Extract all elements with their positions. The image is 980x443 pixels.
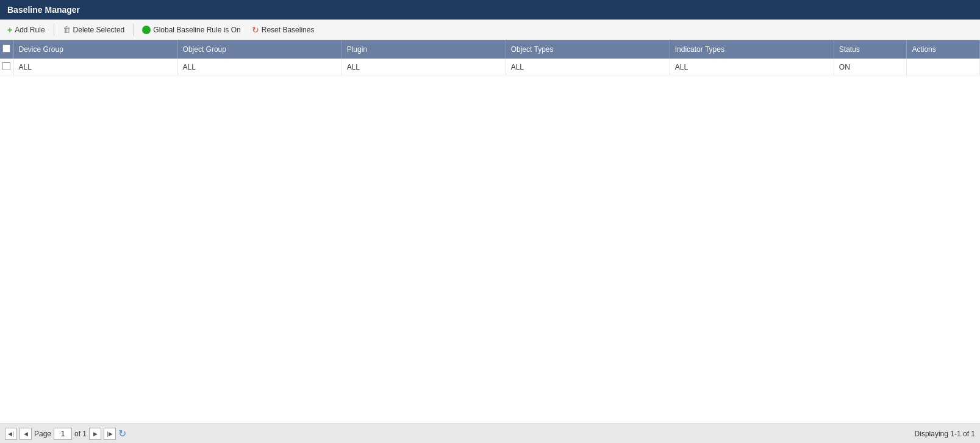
global-baseline-button[interactable]: Global Baseline Rule is On xyxy=(140,24,243,35)
row-checkbox-cell xyxy=(0,59,13,76)
add-rule-button[interactable]: + Add Rule xyxy=(5,24,48,36)
page-label: Page xyxy=(34,430,51,438)
last-page-button[interactable] xyxy=(104,428,116,440)
app-title: Baseline Manager xyxy=(7,5,80,15)
header-plugin: Plugin xyxy=(342,40,506,59)
plus-icon: + xyxy=(7,25,12,35)
toolbar-divider-1 xyxy=(54,24,54,36)
header-object-types: Object Types xyxy=(506,40,670,59)
toolbar-divider-2 xyxy=(133,24,134,36)
toolbar: + Add Rule 🗑 Delete Selected Global Base… xyxy=(0,20,980,40)
row-indicator-types: ALL xyxy=(670,59,834,76)
delete-selected-button[interactable]: 🗑 Delete Selected xyxy=(60,24,127,35)
reset-baselines-button[interactable]: ↻ Reset Baselines xyxy=(249,24,317,36)
rules-table: Device Group Object Group Plugin Object … xyxy=(0,40,980,76)
row-actions xyxy=(907,59,980,76)
header-actions: Actions xyxy=(907,40,980,59)
reset-baselines-label: Reset Baselines xyxy=(262,26,315,34)
row-object-types: ALL xyxy=(506,59,670,76)
header-device-group: Device Group xyxy=(13,40,177,59)
table-header-row: Device Group Object Group Plugin Object … xyxy=(0,40,980,59)
delete-selected-label: Delete Selected xyxy=(73,26,125,34)
table-container: Device Group Object Group Plugin Object … xyxy=(0,40,980,423)
refresh-button[interactable]: ↻ xyxy=(118,428,126,439)
header-indicator-types: Indicator Types xyxy=(670,40,834,59)
row-device-group: ALL xyxy=(13,59,177,76)
header-object-group: Object Group xyxy=(177,40,342,59)
table-body: ALL ALL ALL ALL ALL ON xyxy=(0,59,980,76)
select-all-checkbox[interactable] xyxy=(2,45,10,52)
row-plugin: ALL xyxy=(342,59,506,76)
table-row: ALL ALL ALL ALL ALL ON xyxy=(0,59,980,76)
row-checkbox[interactable] xyxy=(2,62,10,70)
display-info: Displaying 1-1 of 1 xyxy=(915,430,975,438)
trash-icon: 🗑 xyxy=(63,25,71,34)
reset-icon: ↻ xyxy=(252,25,259,35)
header-status: Status xyxy=(834,40,907,59)
next-page-button[interactable] xyxy=(89,428,101,440)
of-label: of 1 xyxy=(74,430,87,438)
footer: Page of 1 ↻ Displaying 1-1 of 1 xyxy=(0,423,980,443)
title-bar: Baseline Manager xyxy=(0,0,980,20)
main-content: Device Group Object Group Plugin Object … xyxy=(0,40,980,423)
pagination: Page of 1 ↻ xyxy=(5,428,126,440)
row-object-group: ALL xyxy=(177,59,342,76)
first-page-button[interactable] xyxy=(5,428,17,440)
green-circle-icon xyxy=(142,26,151,34)
prev-page-button[interactable] xyxy=(20,428,32,440)
add-rule-label: Add Rule xyxy=(15,26,45,34)
global-baseline-label: Global Baseline Rule is On xyxy=(153,26,240,34)
page-input[interactable] xyxy=(54,428,72,440)
header-checkbox-col xyxy=(0,40,13,59)
row-status: ON xyxy=(834,59,907,76)
